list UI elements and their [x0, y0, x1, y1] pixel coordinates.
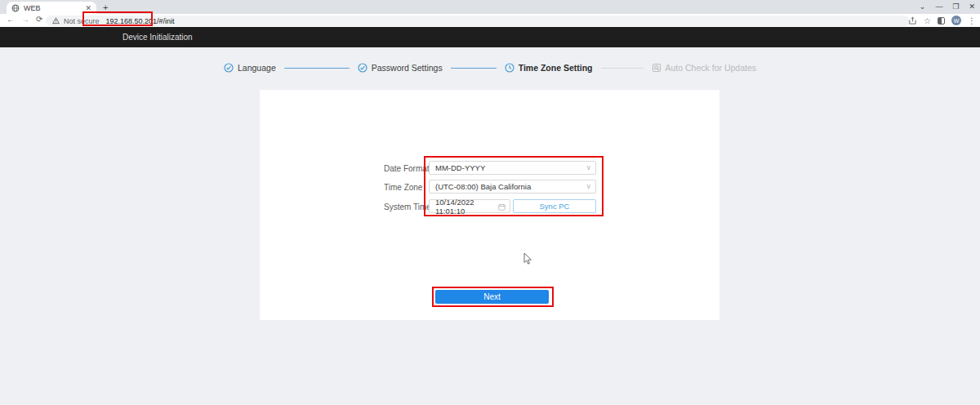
doc-search-icon — [652, 63, 662, 73]
app-header: Device Initialization — [0, 27, 980, 47]
check-circle-icon — [358, 63, 368, 73]
new-tab-button[interactable]: + — [103, 2, 108, 12]
chevron-down-icon: ∨ — [586, 182, 591, 190]
step-time-zone-setting: Time Zone Setting — [505, 63, 593, 73]
window-minimize-button[interactable]: — — [935, 1, 942, 12]
system-time-input[interactable]: 10/14/2022 11:01:10 — [429, 199, 510, 213]
browser-tabstrip: WEB ✕ + ⌄ — ❐ ✕ — [0, 0, 980, 14]
step-auto-check-updates: Auto Check for Updates — [652, 63, 756, 73]
date-format-value: MM-DD-YYYY — [435, 163, 485, 172]
side-panel-icon[interactable] — [938, 17, 945, 24]
reload-button[interactable]: ⟳ — [36, 15, 42, 24]
time-zone-label: Time Zone — [384, 183, 422, 192]
step-password-settings: Password Settings — [358, 63, 443, 73]
step-label: Time Zone Setting — [519, 63, 593, 73]
time-zone-value: (UTC-08:00) Baja California — [435, 182, 531, 191]
date-format-select[interactable]: MM-DD-YYYY ∨ — [429, 161, 596, 175]
date-format-label: Date Format — [384, 164, 430, 173]
not-secure-warning-icon — [52, 17, 60, 24]
browser-toolbar: ← → ⟳ Not secure 192.168.50.201/#/init ☆… — [0, 14, 980, 27]
mouse-cursor — [523, 252, 532, 265]
address-bar[interactable]: Not secure 192.168.50.201/#/init — [46, 16, 910, 26]
bookmark-star-icon[interactable]: ☆ — [924, 16, 931, 26]
time-zone-select[interactable]: (UTC-08:00) Baja California ∨ — [429, 180, 596, 194]
window-close-button[interactable]: ✕ — [969, 1, 975, 12]
check-circle-icon — [224, 63, 234, 73]
forward-button[interactable]: → — [21, 15, 29, 24]
step-label: Auto Check for Updates — [666, 63, 756, 73]
step-connector — [451, 68, 497, 69]
setup-card: Date Format MM-DD-YYYY ∨ Time Zone (UTC-… — [260, 90, 719, 320]
step-language: Language — [224, 63, 276, 73]
browser-tab[interactable]: WEB ✕ — [7, 2, 96, 14]
calendar-icon[interactable] — [498, 203, 506, 211]
window-restore-button[interactable]: ❐ — [952, 1, 959, 12]
back-button[interactable]: ← — [7, 15, 15, 24]
profile-avatar[interactable]: W — [951, 16, 961, 25]
url-text[interactable]: 192.168.50.201/#/init — [104, 17, 177, 25]
step-connector — [284, 68, 350, 69]
tab-close-icon[interactable]: ✕ — [85, 4, 91, 12]
share-icon[interactable] — [908, 16, 917, 25]
system-time-value: 10/14/2022 11:01:10 — [435, 198, 497, 216]
browser-menu-icon[interactable]: ⋮ — [968, 16, 976, 26]
step-label: Password Settings — [372, 63, 443, 73]
page-title: Device Initialization — [122, 33, 193, 42]
wizard-steps: Language Password Settings Time Zone Set… — [0, 61, 980, 74]
clock-icon — [505, 63, 514, 73]
globe-favicon-icon — [11, 4, 20, 12]
step-label: Language — [238, 63, 276, 73]
chevron-down-icon: ∨ — [586, 163, 591, 171]
window-chevron-icon[interactable]: ⌄ — [920, 1, 926, 12]
not-secure-label[interactable]: Not secure — [64, 17, 100, 25]
sync-pc-button[interactable]: Sync PC — [513, 199, 596, 213]
system-time-label: System Time — [384, 202, 431, 211]
tab-title: WEB — [24, 4, 81, 12]
step-connector — [601, 68, 644, 69]
next-button[interactable]: Next — [435, 290, 549, 304]
